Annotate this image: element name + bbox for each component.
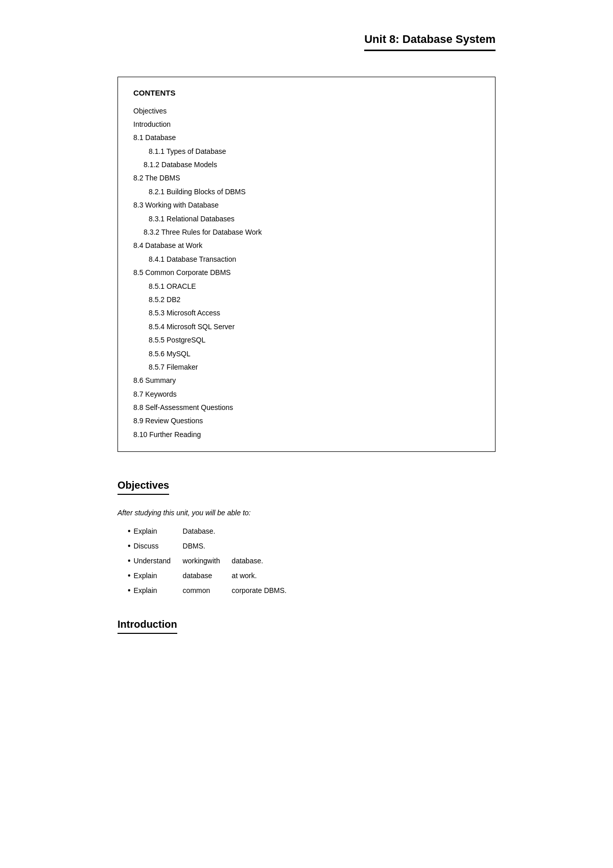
contents-item: 8.5.2 DB2: [133, 293, 480, 306]
contents-item: 8.9 Review Questions: [133, 414, 480, 427]
contents-item: 8.8 Self-Assessment Questions: [133, 401, 480, 414]
contents-item: 8.1.1 Types of Database: [133, 145, 480, 158]
contents-item: 8.4 Database at Work: [133, 239, 480, 252]
obj-col3: corporate DBMS.: [232, 585, 287, 596]
obj-col1: Explain: [134, 570, 180, 581]
contents-item: 8.6 Summary: [133, 374, 480, 387]
contents-item: 8.2 The DBMS: [133, 171, 480, 185]
objective-item: •Explaindatabaseat work.: [128, 570, 496, 581]
contents-item: 8.5.3 Microsoft Access: [133, 306, 480, 319]
obj-col2: workingwith: [183, 556, 229, 566]
introduction-section: Introduction: [117, 616, 496, 647]
contents-list: ObjectivesIntroduction8.1 Database8.1.1 …: [133, 104, 480, 442]
contents-item: 8.5.4 Microsoft SQL Server: [133, 320, 480, 333]
contents-heading: CONTENTS: [133, 87, 480, 99]
contents-item: 8.5.6 MySQL: [133, 347, 480, 360]
obj-col2: Database.: [183, 526, 229, 537]
page-header: Unit 8: Database System: [117, 31, 496, 56]
bullet-icon: •: [128, 542, 131, 550]
contents-item: Introduction: [133, 118, 480, 131]
contents-item: 8.1 Database: [133, 131, 480, 144]
contents-item: Objectives: [133, 104, 480, 118]
contents-item: 8.3.2 Three Rules for Database Work: [133, 225, 480, 239]
contents-item: 8.5.5 PostgreSQL: [133, 333, 480, 347]
bullet-icon: •: [128, 557, 131, 565]
obj-col1: Understand: [134, 556, 180, 566]
objective-item: •ExplainDatabase.: [128, 526, 496, 537]
obj-col3: database.: [232, 556, 264, 566]
bullet-icon: •: [128, 572, 131, 580]
contents-item: 8.2.1 Building Blocks of DBMS: [133, 185, 480, 198]
introduction-heading: Introduction: [117, 616, 177, 634]
obj-col2: database: [183, 570, 229, 581]
bullet-icon: •: [128, 527, 131, 535]
objective-item: •DiscussDBMS.: [128, 541, 496, 552]
contents-item: 8.5.7 Filemaker: [133, 360, 480, 374]
contents-item: 8.3.1 Relational Databases: [133, 212, 480, 225]
contents-item: 8.4.1 Database Transaction: [133, 253, 480, 266]
obj-col2: common: [183, 585, 229, 596]
obj-col1: Explain: [134, 526, 180, 537]
page-title: Unit 8: Database System: [364, 31, 496, 51]
contents-item: 8.5 Common Corporate DBMS: [133, 266, 480, 279]
obj-col3: at work.: [232, 570, 257, 581]
objective-item: •Explaincommoncorporate DBMS.: [128, 585, 496, 596]
contents-item: 8.7 Keywords: [133, 387, 480, 401]
bullet-icon: •: [128, 586, 131, 595]
objectives-section: Objectives After studying this unit, you…: [117, 477, 496, 596]
objectives-heading: Objectives: [117, 477, 169, 495]
contents-box: CONTENTS ObjectivesIntroduction8.1 Datab…: [117, 77, 496, 452]
objectives-intro: After studying this unit, you will be ab…: [117, 508, 496, 518]
contents-item: 8.10 Further Reading: [133, 428, 480, 441]
objectives-list: •ExplainDatabase.•DiscussDBMS.•Understan…: [128, 526, 496, 596]
obj-col1: Explain: [134, 585, 180, 596]
contents-item: 8.1.2 Database Models: [133, 158, 480, 171]
obj-col2: DBMS.: [183, 541, 229, 552]
contents-item: 8.5.1 ORACLE: [133, 280, 480, 293]
page: Unit 8: Database System CONTENTS Objecti…: [77, 0, 536, 677]
obj-col1: Discuss: [134, 541, 180, 552]
objective-item: •Understandworkingwithdatabase.: [128, 556, 496, 566]
contents-item: 8.3 Working with Database: [133, 198, 480, 212]
